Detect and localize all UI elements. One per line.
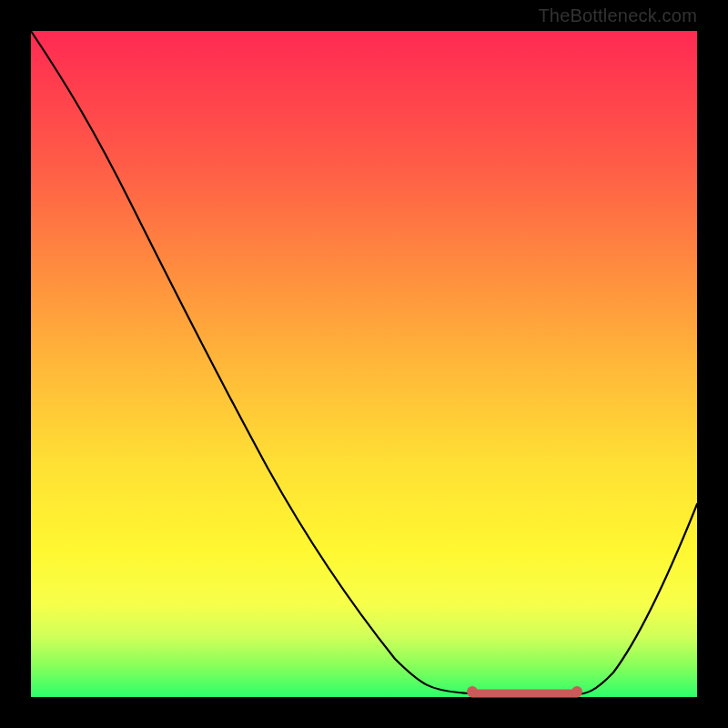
bottleneck-curve — [31, 31, 697, 694]
watermark-text: TheBottleneck.com — [538, 5, 697, 26]
plot-area — [31, 31, 697, 697]
curve-svg — [31, 31, 697, 697]
optimal-range-end-icon — [571, 686, 582, 697]
optimal-range-start-icon — [467, 686, 478, 697]
chart-frame: TheBottleneck.com — [0, 0, 728, 728]
